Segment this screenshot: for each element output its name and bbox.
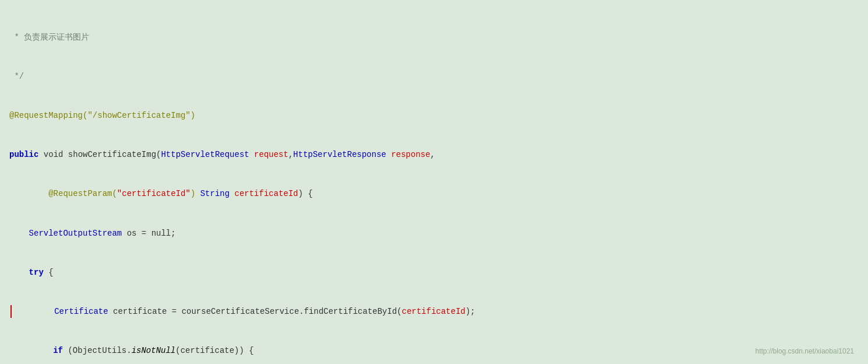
normal-void: void showCertificateImg( <box>38 150 161 159</box>
param-request: request <box>254 150 288 159</box>
line-method-sig: public void showCertificateImg(HttpServl… <box>9 148 859 161</box>
line-annotation: @RequestMapping("/showCertificateImg") <box>9 109 859 122</box>
keyword-try: try <box>29 268 44 277</box>
watermark: http://blog.csdn.net/xiaobai1021 <box>756 346 854 357</box>
line-comment1: * 负责展示证书图片 <box>9 31 859 44</box>
comment-close: */ <box>9 72 24 81</box>
code-block: * 负责展示证书图片 */ @RequestMapping("/showCert… <box>9 5 859 364</box>
line-try: try { <box>9 266 859 279</box>
line-param: @RequestParam("certificateId") String ce… <box>9 187 859 200</box>
param-response: response <box>391 150 430 159</box>
request-mapping-annotation: @RequestMapping("/showCertificateImg") <box>9 111 195 120</box>
keyword-public: public <box>9 150 38 159</box>
line-cert: Certificate certificate = courseCertific… <box>10 305 859 318</box>
keyword-if: if <box>53 346 63 355</box>
class-httpservletrequest: HttpServletRequest <box>161 150 249 159</box>
comment-text: * 负责展示证书图片 <box>9 33 89 42</box>
class-servletoutputstream: ServletOutputStream <box>29 229 122 238</box>
class-certificate: Certificate <box>54 307 108 316</box>
class-httpservletresponse: HttpServletResponse <box>293 150 386 159</box>
param-certid-ref: certificateId <box>402 307 465 316</box>
param-certificateid: certificateId <box>235 189 298 198</box>
requestparam-annotation: @RequestParam("certificateId") <box>48 189 195 198</box>
class-string: String <box>200 189 230 198</box>
line-os-null: ServletOutputStream os = null; <box>9 227 859 240</box>
method-isnotnull: isNotNull <box>132 346 176 355</box>
line-comment2: */ <box>9 70 859 83</box>
line-if: if (ObjectUtils.isNotNull(certificate)) … <box>9 344 859 357</box>
